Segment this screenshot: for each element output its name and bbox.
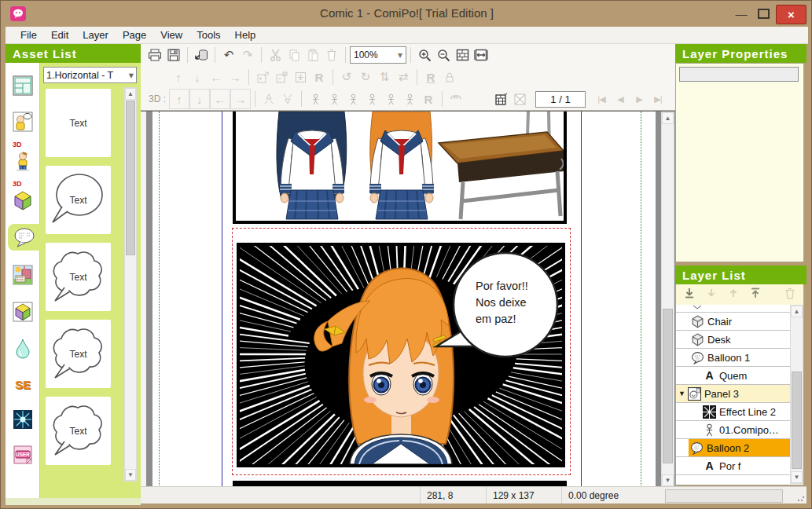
next-page-icon[interactable]: ▶ — [630, 90, 648, 108]
scroll-down-arrow[interactable]: ▼ — [791, 471, 803, 483]
previous-page-icon[interactable]: ◀ — [611, 90, 630, 108]
3d-link-icon[interactable] — [446, 90, 465, 108]
tab-3d-item[interactable]: 3D — [9, 187, 36, 214]
menu-file[interactable]: File — [13, 27, 44, 42]
scrollbar-thumb[interactable] — [792, 372, 802, 469]
scrollbar-thumb[interactable] — [663, 309, 673, 463]
asset-item-cloud-balloon[interactable]: Text — [46, 243, 111, 311]
scroll-up-arrow[interactable]: ▲ — [662, 112, 674, 124]
asset-item-cloud-balloon[interactable]: Text — [46, 397, 111, 465]
print-icon[interactable] — [145, 46, 164, 64]
layer-row-balloon-2[interactable]: Balloon 2 — [676, 439, 790, 457]
page-indicator[interactable]: 1 / 1 — [535, 91, 586, 108]
3d-pose-turn-right-icon[interactable] — [325, 90, 344, 108]
delete-icon[interactable] — [322, 46, 341, 64]
scroll-down-arrow[interactable]: ▼ — [662, 474, 674, 486]
layer-row-quem[interactable]: A Quem — [676, 367, 790, 385]
paste-icon[interactable] — [303, 46, 322, 64]
asset-item-text-box[interactable]: Text — [46, 89, 111, 157]
move-to-bottom-icon[interactable] — [684, 287, 695, 302]
3d-pose-tilt-up-icon[interactable] — [381, 90, 400, 108]
export-icon[interactable] — [192, 46, 211, 64]
copy-icon[interactable] — [285, 46, 303, 64]
scale-down-icon[interactable] — [272, 68, 291, 86]
tab-item[interactable] — [9, 298, 36, 325]
3d-pose-turn-left-icon[interactable] — [306, 90, 325, 108]
undo-icon[interactable]: ↶ — [219, 46, 238, 64]
layer-row-balloon-1[interactable]: Balloon 1 — [676, 349, 790, 367]
tab-character-balloon[interactable] — [9, 108, 36, 135]
add-page-icon[interactable] — [491, 90, 510, 108]
zoom-out-icon[interactable] — [434, 46, 453, 64]
tab-balloon[interactable] — [8, 224, 40, 251]
3d-down-icon[interactable]: ↓ — [189, 89, 210, 109]
move-down-icon[interactable] — [706, 287, 717, 302]
resize-grip[interactable] — [797, 494, 805, 502]
3d-pose-tilt-down-icon[interactable] — [400, 90, 419, 108]
comic-panel-4-edge[interactable] — [233, 481, 567, 486]
expand-icon[interactable] — [291, 68, 310, 86]
lock-rotation-icon[interactable] — [440, 68, 459, 86]
rotate-ccw-icon[interactable]: ↺ — [337, 68, 356, 86]
layer-row-desk[interactable]: Desk — [676, 331, 790, 349]
delete-layer-icon[interactable] — [784, 287, 795, 302]
move-down-icon[interactable]: ↓ — [188, 68, 207, 86]
comic-panel-3[interactable]: Por favor!! Nos deixe em paz! — [237, 243, 565, 467]
layer-row-clipped[interactable] — [676, 305, 790, 313]
3d-up-icon[interactable]: ↑ — [169, 89, 189, 109]
tab-effect-line[interactable] — [9, 406, 36, 433]
menu-view[interactable]: View — [153, 27, 189, 42]
layer-name-input[interactable] — [679, 67, 799, 82]
layer-row-por-f[interactable]: A Por f — [676, 457, 790, 475]
tree-expand-icon[interactable]: ▼ — [678, 390, 685, 397]
3d-pose-lean-left-icon[interactable] — [344, 90, 362, 108]
tab-user-assets[interactable]: USER — [9, 441, 36, 468]
zoom-in-icon[interactable] — [415, 46, 434, 64]
move-left-icon[interactable]: ← — [207, 68, 226, 86]
menu-edit[interactable]: Edit — [44, 27, 75, 42]
menu-help[interactable]: Help — [228, 27, 263, 42]
tab-effect-drop[interactable] — [9, 335, 36, 362]
3d-left-icon[interactable]: ← — [210, 89, 230, 109]
layer-row-comipo-character[interactable]: 01.Comipo… — [676, 421, 790, 439]
scale-up-icon[interactable] — [253, 68, 272, 86]
canvas-vertical-scrollbar[interactable]: ▲ ▼ — [661, 112, 674, 486]
minimize-button[interactable]: — — [730, 5, 752, 23]
asset-item-cloud-balloon[interactable]: Text — [46, 320, 111, 388]
asset-scrollbar[interactable]: ▲ ▼ — [124, 87, 137, 482]
rotate-cw-icon[interactable]: ↻ — [356, 68, 375, 86]
3d-reset-icon[interactable]: R — [419, 90, 438, 108]
move-right-icon[interactable]: → — [226, 68, 244, 86]
scrollbar-thumb[interactable] — [126, 101, 135, 255]
3d-scale-up-icon[interactable] — [259, 90, 278, 108]
layer-row-effect-line-2[interactable]: Effect Line 2 — [676, 403, 790, 421]
cut-icon[interactable] — [266, 46, 285, 64]
first-page-icon[interactable]: |◀ — [592, 90, 611, 108]
tab-3d-character[interactable]: 3D — [9, 148, 36, 174]
comic-panel-1[interactable] — [233, 112, 567, 224]
3d-pose-lean-right-icon[interactable] — [362, 90, 381, 108]
tab-background[interactable] — [9, 262, 36, 288]
close-button[interactable]: × — [776, 5, 806, 24]
tab-panel-layout[interactable] — [9, 72, 36, 99]
layer-row-chair[interactable]: Chair — [676, 313, 790, 331]
asset-category-dropdown[interactable]: 1.Horizontal - T ▾ — [43, 67, 137, 83]
scroll-up-arrow[interactable]: ▲ — [791, 306, 803, 317]
reset-icon[interactable]: R — [310, 68, 329, 86]
menu-layer[interactable]: Layer — [75, 27, 116, 42]
3d-right-icon[interactable]: → — [230, 89, 251, 109]
flip-horizontal-icon[interactable]: ⇄ — [394, 68, 413, 86]
menu-page[interactable]: Page — [116, 27, 153, 42]
move-to-top-icon[interactable] — [750, 287, 761, 302]
3d-scale-down-icon[interactable] — [278, 90, 297, 108]
asset-item-oval-balloon[interactable]: Text — [46, 166, 111, 234]
scroll-up-arrow[interactable]: ▲ — [125, 88, 136, 100]
menu-tools[interactable]: Tools — [189, 27, 227, 42]
rotate-reset-icon[interactable]: R — [421, 68, 440, 86]
move-up-icon[interactable]: ↑ — [169, 68, 188, 86]
canvas-viewport[interactable]: Por favor!! Nos deixe em paz! ▲ ▼ — [141, 111, 675, 486]
zoom-level-select[interactable]: 100%▾ — [350, 46, 406, 64]
move-up-icon[interactable] — [728, 287, 739, 302]
save-icon[interactable] — [164, 46, 183, 64]
layer-row-panel-3[interactable]: ▼ Panel 3 — [676, 385, 790, 403]
